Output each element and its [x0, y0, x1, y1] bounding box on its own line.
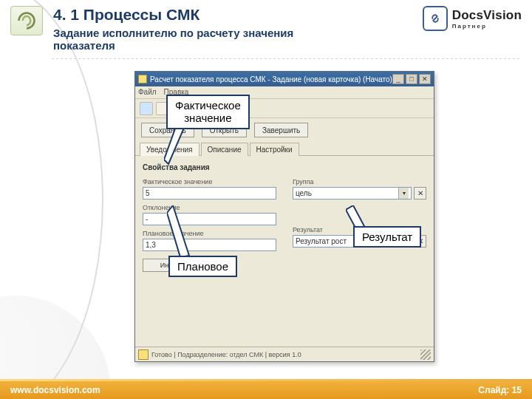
callout-plan: Плановое — [168, 256, 237, 277]
clear-group-button[interactable]: ✕ — [414, 187, 426, 200]
brand-tagline: Партнер — [452, 23, 522, 30]
callout-factual-pointer — [164, 123, 194, 167]
callout-factual-text: Фактическое значение — [175, 99, 241, 124]
value-plan: 1,3 — [146, 241, 156, 249]
input-group[interactable]: цель▾ — [293, 187, 412, 200]
value-result: Результат рост — [296, 237, 347, 245]
input-plan[interactable]: 1,3 — [143, 239, 276, 251]
input-deviation[interactable]: - — [143, 213, 276, 225]
docsvision-brand: DocsVision Партнер — [423, 6, 522, 31]
slide-title: 4. 1 Процессы СМК — [53, 6, 423, 24]
footer-slide-number: Слайд: 15 — [478, 385, 522, 395]
window-title: Расчет показателя процесса СМК - Задание… — [150, 75, 392, 83]
label-plan: Плановое значение — [143, 230, 276, 237]
status-icon — [138, 349, 149, 360]
maximize-button[interactable]: □ — [406, 74, 417, 84]
label-group: Группа — [293, 178, 426, 185]
chevron-down-icon[interactable]: ▾ — [398, 188, 409, 199]
callout-result-text: Результат — [362, 231, 412, 243]
window-app-icon — [138, 75, 147, 83]
brand-name: DocsVision — [452, 8, 522, 23]
leaf-logo-icon — [16, 10, 37, 31]
menu-file[interactable]: Файл — [138, 88, 157, 97]
window-titlebar: Расчет показателя процесса СМК - Задание… — [135, 72, 434, 86]
input-factual[interactable]: 5 — [143, 187, 276, 200]
svg-marker-1 — [167, 205, 189, 257]
callout-plan-text: Плановое — [177, 260, 228, 273]
slide-footer: www.docsvision.com Слайд: 15 — [0, 381, 532, 399]
tool-save-icon[interactable] — [140, 102, 153, 115]
minimize-button[interactable]: _ — [392, 74, 404, 84]
close-button[interactable]: ✕ — [419, 74, 431, 84]
tab-description[interactable]: Описание — [201, 143, 248, 156]
callout-plan-pointer — [167, 205, 197, 259]
value-deviation: - — [146, 215, 148, 223]
company-logo-left — [10, 6, 43, 35]
resize-grip-icon[interactable] — [420, 349, 431, 360]
slide-subtitle: Задание исполнителю по расчету значения … — [53, 27, 334, 52]
callout-result: Результат — [353, 226, 421, 248]
footer-url: www.docsvision.com — [10, 385, 100, 395]
tab-settings[interactable]: Настройки — [250, 143, 299, 156]
complete-button[interactable]: Завершить — [254, 123, 308, 137]
link-icon — [423, 6, 448, 31]
value-group: цель — [296, 189, 312, 197]
label-deviation: Отклонение — [143, 204, 276, 211]
header-divider — [52, 58, 522, 59]
label-factual: Фактическое значение — [143, 178, 276, 185]
value-factual: 5 — [146, 189, 150, 197]
status-bar: Готово | Подразделение: отдел СМК | верс… — [135, 347, 434, 361]
callout-factual: Фактическое значение — [166, 95, 250, 129]
slide-header: 4. 1 Процессы СМК Задание исполнителю по… — [0, 0, 532, 55]
status-text: Готово | Подразделение: отдел СМК | верс… — [151, 351, 301, 358]
